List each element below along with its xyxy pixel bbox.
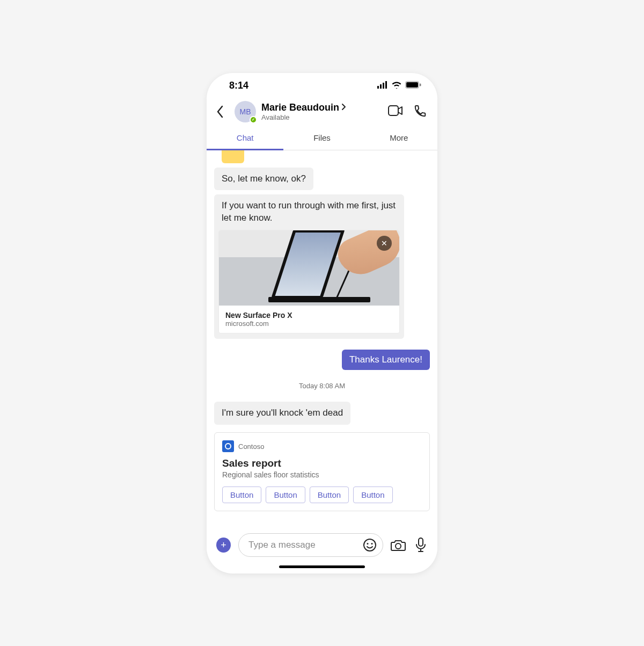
close-icon[interactable]: ✕ xyxy=(377,236,392,251)
svg-rect-6 xyxy=(420,84,421,86)
outgoing-message[interactable]: Thanks Laurence! xyxy=(342,350,430,370)
svg-rect-3 xyxy=(385,81,387,89)
add-button[interactable]: + xyxy=(216,538,231,553)
incoming-message[interactable]: So, let me know, ok? xyxy=(214,168,313,191)
status-time: 8:14 xyxy=(229,80,248,91)
svg-point-9 xyxy=(367,543,369,545)
card-title: Sales report xyxy=(222,458,422,469)
home-indicator xyxy=(279,565,365,568)
status-icons xyxy=(377,80,421,91)
emoji-icon[interactable] xyxy=(362,538,377,553)
presence-badge xyxy=(250,116,257,124)
contact-name: Marie Beaudouin xyxy=(261,102,339,113)
svg-rect-1 xyxy=(380,84,382,89)
video-call-icon[interactable] xyxy=(388,105,402,119)
avatar[interactable]: MB xyxy=(235,101,256,122)
svg-point-10 xyxy=(371,543,373,545)
timestamp: Today 8:08 AM xyxy=(214,382,430,390)
back-button[interactable] xyxy=(216,105,229,118)
svg-rect-12 xyxy=(419,538,423,546)
card-button[interactable]: Button xyxy=(266,487,305,503)
contact-info[interactable]: Marie Beaudouin Available xyxy=(261,102,383,121)
link-preview-card[interactable]: ✕ New Surface Pro X microsoft.com xyxy=(218,230,400,333)
svg-point-8 xyxy=(364,539,376,551)
card-subtitle: Regional sales floor statistics xyxy=(222,470,422,479)
link-preview-image: ✕ xyxy=(219,230,399,306)
svg-point-11 xyxy=(396,543,401,549)
app-icon xyxy=(222,440,234,452)
tab-chat[interactable]: Chat xyxy=(207,128,283,150)
phone-frame: 8:14 MB Marie Beaudouin xyxy=(207,73,437,574)
microphone-icon[interactable] xyxy=(413,538,428,553)
tab-files[interactable]: Files xyxy=(283,128,360,150)
avatar-initials: MB xyxy=(240,107,251,116)
card-actions: Button Button Button Button xyxy=(222,487,422,503)
card-button[interactable]: Button xyxy=(310,487,349,503)
camera-icon[interactable] xyxy=(391,538,406,553)
chat-header: MB Marie Beaudouin Available xyxy=(207,99,437,128)
message-input[interactable] xyxy=(248,540,362,550)
audio-call-icon[interactable] xyxy=(414,105,428,119)
battery-icon xyxy=(405,80,421,91)
presence-text: Available xyxy=(261,113,383,121)
message-composer: + xyxy=(207,528,437,565)
wifi-icon xyxy=(391,80,402,91)
link-preview-title: New Surface Pro X xyxy=(225,311,393,320)
message-input-wrapper[interactable] xyxy=(238,533,383,557)
tab-bar: Chat Files More xyxy=(207,128,437,150)
adaptive-card[interactable]: Contoso Sales report Regional sales floo… xyxy=(214,432,430,511)
link-preview-domain: microsoft.com xyxy=(225,320,393,328)
message-text: If you want to run through with me first… xyxy=(214,194,404,230)
cellular-icon xyxy=(377,80,388,91)
card-button[interactable]: Button xyxy=(353,487,392,503)
messages-area[interactable]: So, let me know, ok? If you want to run … xyxy=(207,150,437,528)
app-name: Contoso xyxy=(238,442,264,451)
card-button[interactable]: Button xyxy=(222,487,261,503)
status-bar: 8:14 xyxy=(207,73,437,99)
chevron-right-icon xyxy=(341,102,347,113)
svg-rect-5 xyxy=(406,82,418,88)
incoming-message-with-link[interactable]: If you want to run through with me first… xyxy=(214,194,404,339)
incoming-message[interactable]: I'm sure you'll knock 'em dead xyxy=(214,402,350,425)
svg-rect-7 xyxy=(389,106,398,115)
tab-more[interactable]: More xyxy=(361,128,437,150)
folder-icon xyxy=(222,150,244,163)
svg-rect-0 xyxy=(377,86,379,89)
svg-rect-2 xyxy=(383,83,384,89)
